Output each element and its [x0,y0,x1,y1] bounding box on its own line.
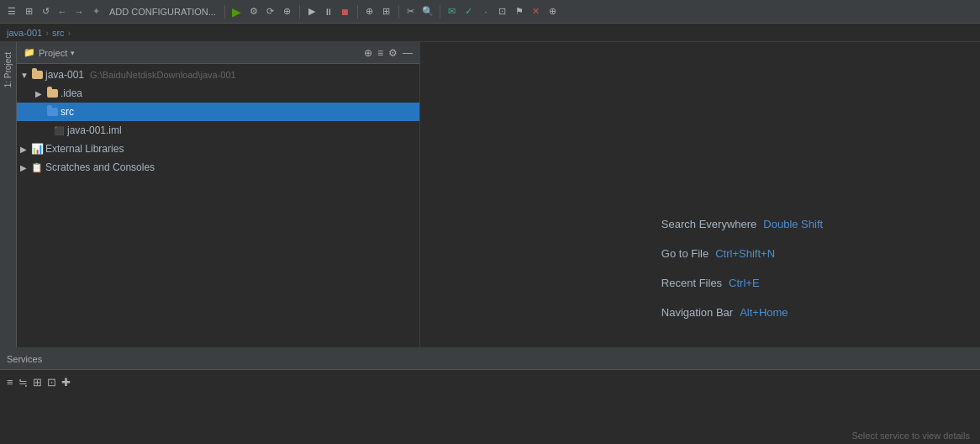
search-everywhere-key: Double Shift [763,218,823,230]
settings-icon[interactable]: ⚙ [388,47,398,59]
sep5 [440,5,440,18]
project-header: 📁 Project ▾ ⊕ ≡ ⚙ — [17,42,419,64]
tree-item-java001[interactable]: ▼ java-001 G:\BaiduNetdiskDownload\java-… [17,66,419,84]
stop-icon[interactable]: ⏹ [339,5,352,18]
reload-icon[interactable]: ⟳ [264,5,277,18]
layout-icon[interactable]: ⊞ [380,5,393,18]
project-tab-label[interactable]: 1: Project [2,49,14,91]
services-header: Services [0,348,980,370]
run-icon[interactable]: ▶ [230,5,244,18]
shortcut-goto-file: Go to File Ctrl+Shift+N [661,247,823,260]
pause-icon[interactable]: ⏸ [322,5,335,18]
sep4 [398,5,399,18]
label-src: src [61,106,74,118]
shortcut-navigation-bar: Navigation Bar Alt+Home [661,306,823,319]
arrow-extlib: ▶ [20,145,29,154]
arrow-scratches: ▶ [20,163,29,172]
mail-icon[interactable]: ✉ [445,5,459,18]
forward-icon[interactable]: → [72,5,86,18]
project-title: Project [39,48,67,58]
folder-small-icon: 📁 [24,47,35,58]
collapse-icon[interactable]: ≡ [377,47,383,59]
folder-icon-java001 [31,69,43,81]
arrow-idea: ▶ [35,89,44,98]
project-header-left: 📁 Project ▾ [24,47,75,58]
breadcrumb-sep1: › [45,28,49,38]
services-toolbar: ≡ ≒ ⊞ ⊡ ✚ [0,370,980,394]
sep1 [224,5,225,18]
play2-icon[interactable]: ▶ [305,5,319,18]
tree-item-src[interactable]: src [17,103,419,121]
shortcut-search-everywhere: Search Everywhere Double Shift [661,218,823,230]
goto-file-key: Ctrl+Shift+N [715,247,775,260]
search-everywhere-label: Search Everywhere [661,218,756,230]
scissors-icon[interactable]: ✂ [404,5,418,18]
label-idea: .idea [61,87,82,99]
scratches-icon: 📋 [31,161,43,173]
menu-icon[interactable]: ☰ [5,5,18,18]
breadcrumb-java001[interactable]: java-001 [7,28,42,38]
services-collapse-icon[interactable]: ≡ [7,376,13,388]
locate-icon[interactable]: ⊕ [364,47,372,59]
shortcut-recent-files: Recent Files Ctrl+E [661,277,823,289]
tree-item-scratches[interactable]: ▶ 📋 Scratches and Consoles [17,158,419,177]
tree-item-extlib[interactable]: ▶ 📊 External Libraries [17,140,419,158]
code-icon[interactable]: ⊕ [546,5,560,18]
dot-icon[interactable]: · [479,5,493,18]
iml-icon: ⬛ [53,124,65,136]
flag-icon[interactable]: ⚑ [513,5,526,18]
grid-icon[interactable]: ⊞ [22,5,35,18]
arrow-java001: ▼ [20,71,29,80]
extlib-icon: 📊 [31,143,43,155]
cursor-icon[interactable]: ✦ [89,5,103,18]
services-hint: Select service to view details [851,431,970,441]
project-header-icons: ⊕ ≡ ⚙ — [364,47,413,59]
recent-files-key: Ctrl+E [729,277,759,289]
add-config-label[interactable]: ADD CONFIGURATION... [106,7,219,17]
build-icon[interactable]: ⚙ [247,5,261,18]
coverage-icon[interactable]: ⊕ [363,5,377,18]
x-icon[interactable]: ✕ [530,5,543,18]
check-icon[interactable]: ✓ [462,5,476,18]
project-dropdown[interactable]: ▾ [71,49,75,57]
label-scratches: Scratches and Consoles [45,161,155,173]
nav-bar-label: Navigation Bar [661,306,733,319]
services-content [0,394,980,407]
minimize-icon[interactable]: — [403,47,413,59]
refresh-icon[interactable]: ↺ [39,5,52,18]
label-iml: java-001.iml [67,124,122,136]
services-sort-icon[interactable]: ≒ [18,376,28,388]
search-icon[interactable]: 🔍 [421,5,435,18]
services-panel: Services ≡ ≒ ⊞ ⊡ ✚ Select service to vie… [0,347,980,444]
add-icon[interactable]: ⊕ [281,5,294,18]
label-java001: java-001 [45,69,84,81]
sep3 [357,5,358,18]
breadcrumb: java-001 › src › [0,24,980,42]
services-grid-icon[interactable]: ⊞ [33,376,42,388]
folder-icon-idea [46,87,58,99]
goto-file-label: Go to File [661,247,709,260]
back-icon[interactable]: ← [55,5,69,18]
nav-bar-key: Alt+Home [740,306,788,319]
folder-icon-src [46,106,58,118]
path-java001: G:\BaiduNetdiskDownload\java-001 [90,70,236,80]
toolbar: ☰ ⊞ ↺ ← → ✦ ADD CONFIGURATION... ▶ ⚙ ⟳ ⊕… [0,0,980,24]
label-extlib: External Libraries [45,143,124,155]
sep2 [299,5,300,18]
breadcrumb-src[interactable]: src [52,28,65,38]
breadcrumb-sep2: › [68,28,71,38]
shortcuts-container: Search Everywhere Double Shift Go to Fil… [661,218,823,319]
services-title: Services [7,354,42,364]
services-add-icon[interactable]: ✚ [61,376,71,388]
tree-item-iml[interactable]: ⬛ java-001.iml [17,121,419,140]
services-box-icon[interactable]: ⊡ [47,376,56,388]
box-icon[interactable]: ⊡ [496,5,509,18]
tree-item-idea[interactable]: ▶ .idea [17,84,419,103]
recent-files-label: Recent Files [661,277,722,289]
